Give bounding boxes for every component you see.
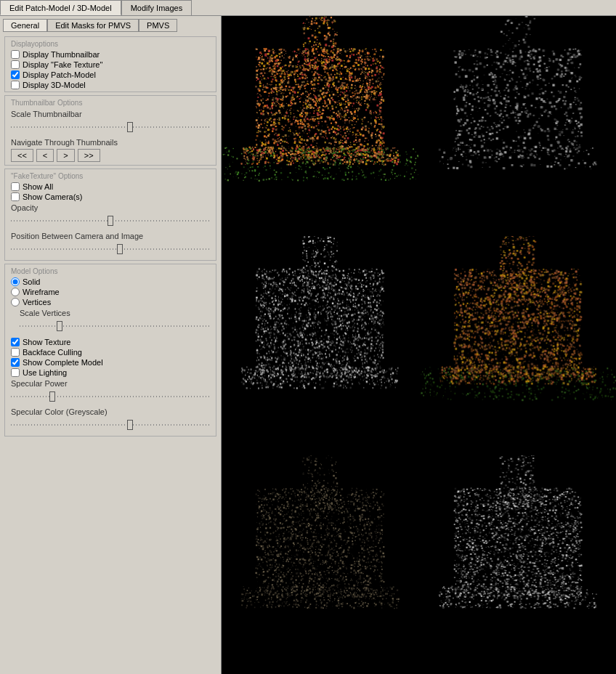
opacity-slider-container: [5, 214, 216, 229]
checkbox-display-fake-texture-input[interactable]: [11, 60, 20, 69]
render-canvas-2: [420, 16, 617, 235]
checkbox-show-all-input[interactable]: [11, 182, 20, 191]
tab-edit-patch-model[interactable]: Edit Patch-Model / 3D-Model: [0, 0, 121, 15]
sub-tab-bar: General Edit Masks for PMVS PMVS: [3, 19, 218, 32]
radio-wireframe[interactable]: Wireframe: [5, 287, 216, 297]
position-slider[interactable]: [11, 244, 210, 254]
thumbnailbar-options-header: Thumbnailbar Options: [11, 99, 210, 107]
opacity-slider[interactable]: [11, 216, 210, 226]
thumbnailbar-options-section: Thumbnailbar Options Scale Thumbnailbar …: [4, 95, 216, 166]
checkbox-display-patch-model-input[interactable]: [11, 70, 20, 79]
tab-modify-images[interactable]: Modify Images: [121, 0, 192, 15]
radio-vertices-input[interactable]: [11, 298, 20, 306]
image-grid: [222, 16, 616, 674]
checkbox-show-texture-label: Show Texture: [23, 338, 70, 346]
checkbox-display-fake-texture[interactable]: Display "Fake Texture": [5, 60, 216, 70]
image-cell-2: [420, 16, 617, 235]
specular-power-slider-container: [5, 390, 216, 405]
specular-power-label: Specular Power: [5, 378, 216, 389]
checkbox-display-thumbnailbar-input[interactable]: [11, 50, 20, 59]
tab-general[interactable]: General: [3, 19, 47, 32]
scale-thumbnailbar-slider[interactable]: [11, 122, 210, 132]
nav-last-button[interactable]: >>: [78, 149, 100, 162]
checkbox-show-complete-model-label: Show Complete Model: [23, 358, 103, 367]
radio-vertices[interactable]: Vertices: [5, 297, 216, 307]
checkbox-show-cameras[interactable]: Show Camera(s): [5, 192, 216, 202]
tab-pmvs[interactable]: PMVS: [139, 19, 177, 32]
image-cell-1: [222, 16, 418, 235]
checkbox-backface-culling[interactable]: Backface Culling: [5, 347, 216, 357]
scale-vertices-slider[interactable]: [20, 321, 210, 331]
checkbox-show-complete-model[interactable]: Show Complete Model: [5, 357, 216, 368]
scale-thumbnailbar-slider-container: [5, 121, 216, 135]
checkbox-display-3d-model[interactable]: Display 3D-Model: [5, 80, 216, 90]
render-canvas-3: [222, 236, 418, 455]
fake-texture-options-section: "FakeTexture" Options Show All Show Came…: [4, 168, 216, 261]
checkbox-display-thumbnailbar-label: Display Thumbnailbar: [23, 50, 100, 59]
checkbox-display-fake-texture-label: Display "Fake Texture": [23, 60, 102, 69]
render-canvas-6: [420, 455, 617, 674]
specular-color-slider[interactable]: [11, 420, 210, 430]
main-content: General Edit Masks for PMVS PMVS Display…: [0, 16, 616, 674]
checkbox-display-patch-model[interactable]: Display Patch-Model: [5, 70, 216, 80]
specular-power-slider[interactable]: [11, 391, 210, 402]
render-canvas-1: [222, 16, 418, 235]
nav-prev-button[interactable]: <: [36, 149, 54, 162]
radio-solid[interactable]: Solid: [5, 277, 216, 287]
top-tab-bar: Edit Patch-Model / 3D-Model Modify Image…: [0, 0, 616, 16]
radio-vertices-label: Vertices: [23, 298, 51, 306]
nav-first-button[interactable]: <<: [11, 149, 33, 162]
navigate-thumbnails-label: Navigate Through Thumbnails: [5, 137, 216, 147]
radio-solid-input[interactable]: [11, 277, 20, 286]
render-canvas-4: [420, 236, 617, 455]
checkbox-display-3d-model-label: Display 3D-Model: [23, 81, 86, 89]
fake-texture-options-header: "FakeTexture" Options: [11, 172, 210, 180]
radio-wireframe-input[interactable]: [11, 288, 20, 296]
nav-buttons-container: << < > >>: [5, 147, 216, 163]
checkbox-show-cameras-label: Show Camera(s): [23, 192, 83, 201]
checkbox-display-thumbnailbar[interactable]: Display Thumbnailbar: [5, 49, 216, 60]
left-panel: General Edit Masks for PMVS PMVS Display…: [0, 16, 222, 674]
display-options-section: Displayoptions Display Thumbnailbar Disp…: [4, 36, 216, 92]
opacity-label: Opacity: [5, 202, 216, 213]
image-cell-5: [222, 455, 418, 674]
scale-vertices-slider-container: [5, 320, 216, 334]
checkbox-use-lighting[interactable]: Use Lighting: [5, 368, 216, 378]
checkbox-show-all-label: Show All: [23, 182, 53, 191]
position-label: Position Between Camera and Image: [5, 230, 216, 241]
scale-vertices-label: Scale Vertices: [5, 307, 216, 318]
checkbox-show-complete-model-input[interactable]: [11, 358, 20, 367]
specular-color-label: Specular Color (Greyscale): [5, 406, 216, 417]
model-options-header: Model Options: [11, 267, 210, 275]
checkbox-show-texture[interactable]: Show Texture: [5, 337, 216, 347]
checkbox-use-lighting-input[interactable]: [11, 368, 20, 377]
checkbox-display-3d-model-input[interactable]: [11, 81, 20, 89]
render-canvas-5: [222, 455, 418, 674]
image-cell-4: [420, 236, 617, 455]
specular-color-slider-container: [5, 418, 216, 433]
checkbox-show-all[interactable]: Show All: [5, 182, 216, 192]
image-cell-6: [420, 455, 617, 674]
radio-solid-label: Solid: [23, 277, 40, 286]
image-cell-3: [222, 236, 418, 455]
tab-edit-masks[interactable]: Edit Masks for PMVS: [47, 19, 139, 32]
checkbox-backface-culling-input[interactable]: [11, 348, 20, 357]
nav-next-button[interactable]: >: [57, 149, 74, 162]
display-options-header: Displayoptions: [11, 40, 210, 48]
checkbox-show-texture-input[interactable]: [11, 338, 20, 346]
position-slider-container: [5, 243, 216, 257]
checkbox-display-patch-model-label: Display Patch-Model: [23, 70, 96, 79]
model-options-section: Model Options Solid Wireframe Vertices S…: [4, 264, 216, 437]
checkbox-show-cameras-input[interactable]: [11, 192, 20, 201]
checkbox-backface-culling-label: Backface Culling: [23, 348, 82, 357]
checkbox-use-lighting-label: Use Lighting: [23, 368, 67, 377]
radio-wireframe-label: Wireframe: [23, 288, 60, 296]
scale-thumbnailbar-label: Scale Thumbnailbar: [5, 108, 216, 119]
